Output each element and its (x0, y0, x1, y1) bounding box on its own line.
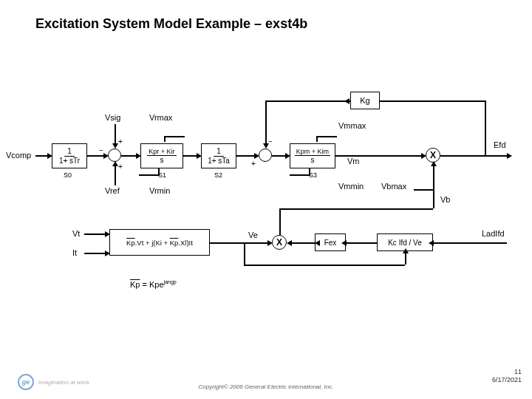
sign-plus: + (118, 137, 123, 146)
wire (433, 164, 434, 208)
wire (236, 155, 256, 157)
page-date: 6/17/2021 (492, 376, 522, 384)
label-vm: Vm (347, 157, 360, 166)
wire (121, 155, 137, 157)
arrow-icon (263, 143, 269, 149)
sign-minus: − (99, 146, 103, 154)
wire (440, 155, 508, 157)
arrow-icon (344, 98, 349, 104)
sign-plus: + (118, 163, 123, 171)
label-ladifd: LadIfd (482, 229, 505, 238)
label-ve: Ve (248, 231, 258, 239)
wire (265, 100, 267, 145)
ta-den: 1+ sTa (205, 157, 233, 166)
label-vrmin: Vrmin (149, 186, 170, 195)
state-s2: S2 (214, 171, 222, 179)
label-it: It (72, 248, 77, 257)
pi2-text: Kpm + Kim (295, 148, 330, 156)
wire (485, 100, 486, 155)
block-vtit: Kp.Vt + j(Ki + Kp.Xl)It (109, 229, 210, 256)
wire (244, 265, 405, 266)
wire (279, 208, 433, 210)
wire (87, 155, 105, 157)
sign-minus: − (268, 137, 273, 146)
page-title: Excitation System Model Example – exst4b (35, 16, 307, 32)
label-vsig: Vsig (105, 113, 120, 122)
wire (183, 155, 198, 157)
arrow-icon (431, 161, 437, 166)
tr-num: 1 (64, 147, 75, 157)
sum-junction-1 (108, 149, 121, 162)
wire (115, 124, 116, 145)
wire (210, 242, 269, 244)
arrow-icon (112, 143, 118, 149)
page-info: 11 6/17/2021 (492, 368, 522, 384)
arrow-icon (403, 248, 409, 253)
arrow-icon (287, 240, 292, 246)
label-vref: Vref (105, 186, 120, 195)
wire (346, 242, 377, 244)
tr-den: 1+ sTr (56, 157, 83, 166)
block-tr: 1 1+ sTr (52, 143, 87, 168)
vtit-expr: Kp.Vt + j(Ki + Kp.Xl)It (126, 239, 193, 247)
block-diagram: Vcomp 1 1+ sTr S0 − + + Vsig Vref Kpr + … (0, 44, 532, 310)
arrow-icon (429, 240, 434, 246)
wire (265, 100, 350, 102)
sign-plus: + (251, 160, 256, 168)
arrow-icon (315, 240, 320, 246)
multiplier-main: X (426, 148, 440, 163)
pi1-s: s (159, 156, 166, 164)
arrow-icon (507, 153, 512, 159)
block-pi2: Kpm + Kim s (290, 143, 335, 168)
state-s0: S0 (64, 171, 72, 179)
wire (84, 253, 106, 254)
page-number: 11 (492, 368, 522, 376)
arrow-left-icon (341, 240, 347, 246)
label-vt: Vt (72, 229, 80, 238)
label-vb: Vb (440, 195, 450, 204)
label-vmmax: Vmmax (338, 121, 366, 130)
sum-junction-2 (259, 149, 272, 162)
label-vbmax: Vbmax (381, 182, 406, 191)
wire (244, 242, 245, 265)
arrow-icon (112, 161, 118, 166)
block-pi1: Kpr + Kir s (140, 143, 183, 168)
ta-num: 1 (214, 147, 224, 157)
label-vcomp: Vcomp (6, 151, 31, 160)
kp-equation: Kp = Kpejangp (130, 279, 177, 289)
copyright: Copyright© 2006 General Electric Interna… (0, 383, 532, 390)
exp-jangp: jangp (164, 279, 177, 284)
block-kg: Kg (350, 92, 380, 109)
wire (115, 165, 116, 185)
label-efd: Efd (494, 140, 506, 149)
label-vmmin: Vmmin (338, 182, 364, 191)
pi2-s: s (310, 156, 316, 164)
wire (380, 100, 485, 102)
multiplier-ve: X (272, 235, 287, 250)
wire (272, 155, 287, 157)
wire (84, 233, 106, 235)
wire (288, 242, 315, 244)
wire (279, 208, 281, 235)
pi1-text: Kpr + Kir (147, 148, 176, 156)
block-ta: 1 1+ sTa (201, 143, 236, 168)
label-vrmax: Vrmax (149, 113, 172, 122)
wire (433, 242, 507, 244)
